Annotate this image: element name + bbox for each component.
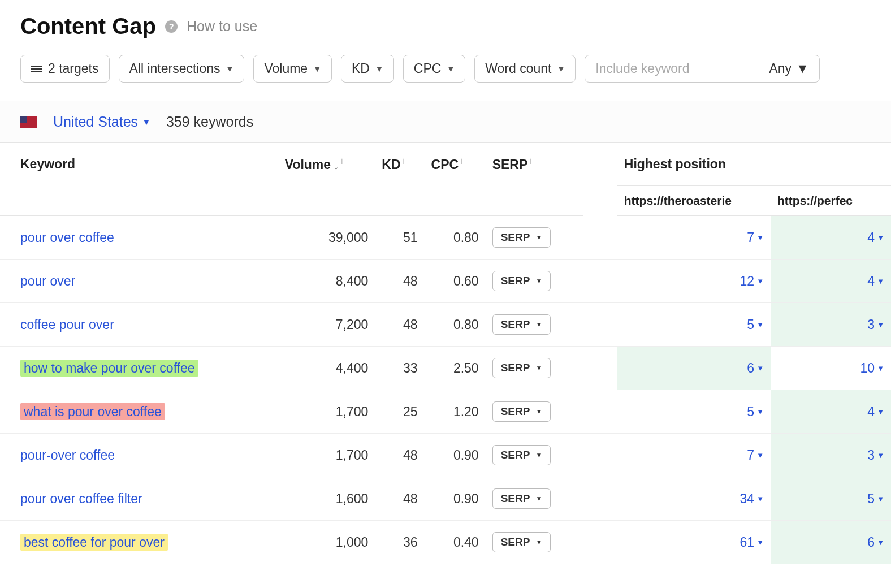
serp-label: SERP [501, 492, 530, 505]
serp-label: SERP [501, 318, 530, 331]
kd-cell: 48 [375, 477, 424, 521]
target2-header[interactable]: https://perfec [771, 186, 891, 216]
serp-label: SERP [501, 231, 530, 244]
help-icon[interactable]: ? [165, 20, 178, 33]
info-icon[interactable]: i [403, 157, 405, 166]
info-icon[interactable]: i [341, 157, 343, 166]
kd-cell: 48 [375, 303, 424, 347]
serp-button[interactable]: SERP▼ [492, 358, 551, 378]
col-cpc[interactable]: CPCi [425, 143, 486, 216]
chevron-down-icon: ▼ [877, 321, 884, 329]
keyword-link[interactable]: how to make pour over coffee [20, 360, 198, 377]
volume-cell: 1,000 [278, 521, 375, 564]
table-row: pour over coffee filter1,600480.90SERP▼3… [0, 477, 891, 521]
volume-filter[interactable]: Volume ▼ [253, 55, 332, 83]
chevron-down-icon: ▼ [535, 277, 542, 285]
serp-label: SERP [501, 275, 530, 287]
chevron-down-icon: ▼ [877, 277, 884, 286]
keyword-link[interactable]: what is pour over coffee [20, 403, 165, 420]
chevron-down-icon: ▼ [877, 451, 884, 460]
chevron-down-icon: ▼ [447, 64, 455, 74]
volume-label: Volume [264, 61, 308, 76]
how-to-use-link[interactable]: How to use [187, 18, 257, 34]
serp-button[interactable]: SERP▼ [492, 271, 551, 291]
table-row: pour over coffee39,000510.80SERP▼7▼4▼ [0, 216, 891, 260]
col-keyword[interactable]: Keyword [0, 143, 278, 216]
table-row: pour-over coffee1,700480.90SERP▼7▼3▼ [0, 434, 891, 477]
target1-header[interactable]: https://theroasterie [617, 186, 771, 216]
kd-cell: 51 [375, 216, 424, 260]
chevron-down-icon: ▼ [535, 364, 542, 372]
serp-button[interactable]: SERP▼ [492, 532, 551, 552]
position-target2[interactable]: 4▼ [867, 274, 884, 289]
serp-button[interactable]: SERP▼ [492, 227, 551, 248]
col-kd[interactable]: KDi [375, 143, 424, 216]
include-keyword-filter[interactable]: Any ▼ [585, 55, 819, 83]
chevron-down-icon: ▼ [756, 538, 764, 547]
position-target1[interactable]: 5▼ [747, 317, 764, 332]
country-selector[interactable]: United States ▼ [53, 114, 150, 130]
serp-button[interactable]: SERP▼ [492, 314, 551, 335]
serp-label: SERP [501, 405, 530, 418]
include-mode-label: Any [769, 61, 791, 76]
include-keyword-input[interactable] [595, 61, 762, 76]
position-target1[interactable]: 7▼ [747, 230, 764, 245]
position-target2[interactable]: 3▼ [867, 317, 884, 332]
intersections-filter[interactable]: All intersections ▼ [119, 55, 245, 83]
kd-cell: 33 [375, 347, 424, 390]
table-row: best coffee for pour over1,000360.40SERP… [0, 521, 891, 564]
info-icon[interactable]: i [461, 157, 462, 166]
table-row: pour over8,400480.60SERP▼12▼4▼ [0, 260, 891, 303]
kd-cell: 48 [375, 434, 424, 477]
serp-button[interactable]: SERP▼ [492, 488, 551, 509]
volume-cell: 4,400 [278, 347, 375, 390]
position-target2[interactable]: 6▼ [867, 535, 884, 550]
info-icon[interactable]: i [530, 157, 531, 166]
keyword-count: 359 keywords [166, 114, 253, 130]
volume-cell: 7,200 [278, 303, 375, 347]
us-flag-icon [20, 116, 37, 128]
volume-cell: 1,700 [278, 390, 375, 434]
targets-filter[interactable]: 2 targets [20, 55, 110, 83]
position-target1[interactable]: 12▼ [740, 274, 764, 289]
chevron-down-icon: ▼ [796, 61, 809, 76]
position-target1[interactable]: 34▼ [740, 491, 764, 507]
col-volume[interactable]: Volume↓i [278, 143, 375, 216]
chevron-down-icon: ▼ [756, 364, 764, 373]
position-target1[interactable]: 61▼ [740, 535, 764, 550]
col-serp[interactable]: SERPi [486, 143, 583, 216]
keyword-link[interactable]: pour-over coffee [20, 448, 115, 462]
volume-cell: 1,600 [278, 477, 375, 521]
kd-cell: 48 [375, 260, 424, 303]
position-target1[interactable]: 5▼ [747, 404, 764, 420]
chevron-down-icon: ▼ [535, 408, 542, 416]
col-highest-position: Highest position [617, 143, 891, 186]
chevron-down-icon: ▼ [877, 495, 884, 503]
sort-desc-icon: ↓ [333, 159, 339, 171]
keyword-link[interactable]: pour over [20, 274, 75, 288]
position-target1[interactable]: 6▼ [747, 361, 764, 376]
keyword-link[interactable]: best coffee for pour over [20, 534, 168, 551]
position-target2[interactable]: 3▼ [867, 448, 884, 463]
chevron-down-icon: ▼ [535, 451, 542, 459]
position-target1[interactable]: 7▼ [747, 448, 764, 463]
kd-filter[interactable]: KD ▼ [341, 55, 394, 83]
chevron-down-icon: ▼ [756, 495, 764, 503]
chevron-down-icon: ▼ [142, 118, 150, 127]
position-target2[interactable]: 4▼ [867, 404, 884, 420]
position-target2[interactable]: 10▼ [860, 361, 884, 376]
kd-cell: 25 [375, 390, 424, 434]
serp-button[interactable]: SERP▼ [492, 401, 551, 422]
cpc-filter[interactable]: CPC ▼ [403, 55, 465, 83]
chevron-down-icon: ▼ [535, 538, 542, 546]
word-count-filter[interactable]: Word count ▼ [474, 55, 576, 83]
table-row: what is pour over coffee1,700251.20SERP▼… [0, 390, 891, 434]
keyword-link[interactable]: pour over coffee [20, 230, 114, 245]
keyword-link[interactable]: pour over coffee filter [20, 491, 142, 506]
position-target2[interactable]: 5▼ [867, 491, 884, 507]
position-target2[interactable]: 4▼ [867, 230, 884, 245]
include-mode-dropdown[interactable]: Any ▼ [769, 61, 808, 76]
serp-button[interactable]: SERP▼ [492, 445, 551, 465]
chevron-down-icon: ▼ [535, 321, 542, 328]
keyword-link[interactable]: coffee pour over [20, 317, 114, 332]
